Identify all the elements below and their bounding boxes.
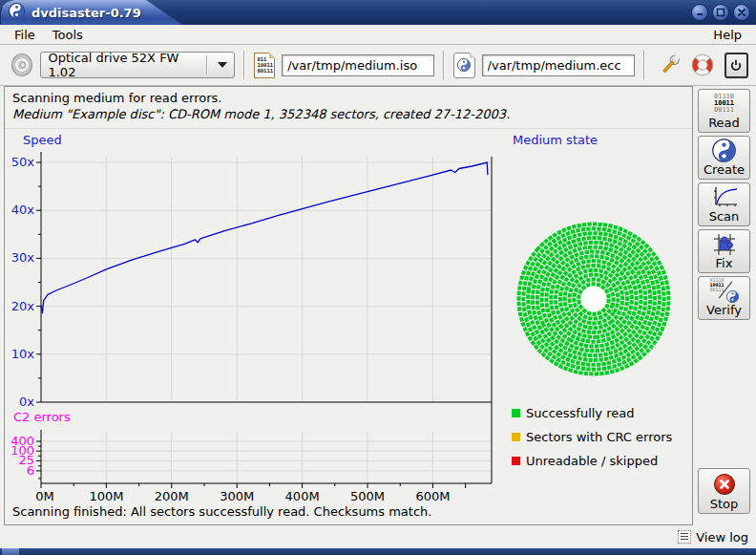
svg-text:500M: 500M bbox=[350, 489, 385, 503]
ecc-file-input[interactable] bbox=[482, 54, 635, 76]
view-log-button[interactable]: View log bbox=[696, 530, 748, 544]
stop-icon bbox=[714, 471, 735, 497]
svg-text:100M: 100M bbox=[89, 489, 123, 503]
svg-text:300M: 300M bbox=[220, 489, 254, 503]
legend-swatch-crc-errors bbox=[512, 433, 520, 441]
toolbar-separator bbox=[443, 51, 445, 79]
drive-selector[interactable]: Optical drive 52X FW 1.02 bbox=[40, 52, 235, 78]
axes bbox=[41, 152, 492, 483]
yinyang-create-icon bbox=[712, 139, 736, 162]
window-bottom-frame bbox=[0, 548, 756, 555]
grid-lines bbox=[41, 157, 492, 483]
title-banner: dvdisaster-0.79 bbox=[1, 0, 182, 25]
medium-state-legend: Successfully read Sectors with CRC error… bbox=[512, 405, 672, 468]
status-line: Scanning finished: All sectors successfu… bbox=[12, 504, 431, 519]
app-yinyang-icon bbox=[9, 3, 25, 22]
verify-button[interactable]: 01110 10011 00111 Verify bbox=[698, 276, 750, 320]
window-title: dvdisaster-0.79 bbox=[32, 6, 141, 20]
svg-text:200M: 200M bbox=[155, 489, 189, 503]
menu-file[interactable]: File bbox=[6, 26, 44, 44]
menu-help[interactable]: Help bbox=[704, 26, 750, 44]
legend-swatch-unreadable bbox=[512, 457, 520, 465]
legend-item: Unreadable / skipped bbox=[512, 453, 672, 468]
puzzle-fix-icon bbox=[713, 232, 736, 256]
create-button[interactable]: Create bbox=[698, 136, 750, 180]
medium-state-disc bbox=[488, 193, 692, 404]
legend-label: Sectors with CRC errors bbox=[526, 430, 672, 444]
legend-item: Sectors with CRC errors bbox=[512, 429, 672, 444]
read-button-label: Read bbox=[708, 116, 740, 130]
toolbar: Optical drive 52X FW 1.02 011 10011 0011… bbox=[0, 45, 756, 86]
status-heading-line2: Medium "Example disc": CD-ROM mode 1, 35… bbox=[12, 107, 684, 121]
action-sidebar: 01110 10011 00111 Read Create bbox=[693, 86, 752, 525]
image-file-icon: 011 10011 00111 bbox=[254, 53, 275, 78]
stop-button-label: Stop bbox=[710, 497, 739, 511]
create-button-label: Create bbox=[704, 162, 745, 177]
minimize-button[interactable] bbox=[691, 4, 708, 21]
svg-text:600M: 600M bbox=[415, 489, 450, 503]
svg-text:0x: 0x bbox=[19, 395, 34, 409]
image-file-input[interactable] bbox=[282, 54, 434, 76]
main-panel: Scanning medium for read errors. Medium … bbox=[4, 86, 693, 525]
preferences-wrench-icon[interactable] bbox=[658, 53, 682, 77]
verify-button-label: Verify bbox=[706, 303, 742, 317]
svg-text:50x: 50x bbox=[11, 155, 35, 169]
svg-text:10x: 10x bbox=[11, 347, 35, 361]
status-heading: Scanning medium for read errors. Medium … bbox=[5, 87, 692, 129]
toolbar-separator bbox=[243, 51, 245, 79]
footer-bar: View log bbox=[4, 525, 752, 548]
verify-binary-yinyang-icon: 01110 10011 00111 bbox=[710, 278, 739, 303]
fix-button[interactable]: Fix bbox=[698, 229, 750, 273]
speed-curve bbox=[41, 162, 488, 313]
window-corner-handle[interactable] bbox=[2, 548, 19, 555]
svg-text:400: 400 bbox=[10, 434, 34, 448]
help-lifesaver-icon[interactable] bbox=[690, 53, 715, 77]
scan-button-label: Scan bbox=[709, 209, 740, 224]
legend-swatch-success bbox=[512, 409, 520, 417]
ecc-file-icon bbox=[453, 53, 474, 78]
legend-label: Successfully read bbox=[526, 406, 634, 420]
title-bar[interactable]: dvdisaster-0.79 bbox=[0, 0, 756, 25]
chevron-down-icon bbox=[218, 62, 227, 68]
binary-read-icon: 01110 10011 00111 bbox=[714, 92, 734, 116]
svg-text:40x: 40x bbox=[11, 203, 35, 217]
optical-disc-icon bbox=[11, 53, 32, 76]
svg-text:20x: 20x bbox=[11, 299, 35, 313]
read-button[interactable]: 01110 10011 00111 Read bbox=[698, 89, 750, 133]
status-heading-line1: Scanning medium for read errors. bbox=[12, 91, 684, 105]
legend-item: Successfully read bbox=[512, 405, 672, 420]
svg-text:30x: 30x bbox=[11, 250, 35, 265]
svg-text:0M: 0M bbox=[35, 489, 54, 503]
maximize-button[interactable] bbox=[712, 4, 729, 21]
scan-button[interactable]: Scan bbox=[698, 182, 750, 226]
fix-button-label: Fix bbox=[716, 256, 733, 270]
view-log-icon bbox=[678, 530, 691, 544]
svg-text:400M: 400M bbox=[285, 489, 320, 503]
menu-tools[interactable]: Tools bbox=[44, 26, 92, 44]
menu-bar: File Tools Help bbox=[0, 25, 756, 45]
toolbar-separator bbox=[643, 51, 645, 79]
quit-power-button[interactable] bbox=[724, 53, 748, 78]
app-window: dvdisaster-0.79 File Tools Help Optical … bbox=[0, 0, 756, 555]
tick-marks bbox=[36, 162, 466, 488]
legend-label: Unreadable / skipped bbox=[526, 454, 658, 468]
drive-selector-value: Optical drive 52X FW 1.02 bbox=[48, 51, 197, 79]
scan-curve-icon bbox=[711, 185, 738, 209]
close-button[interactable] bbox=[733, 4, 750, 21]
stop-button[interactable]: Stop bbox=[698, 468, 750, 514]
